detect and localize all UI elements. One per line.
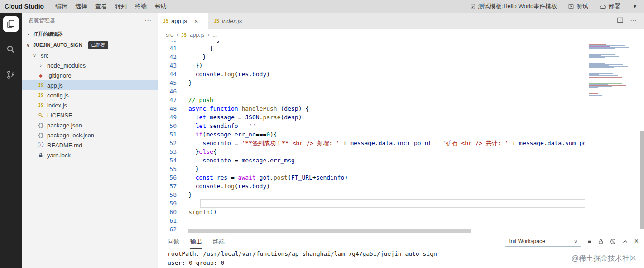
code-text[interactable]: ] bbox=[177, 44, 213, 53]
code-line-48[interactable]: 48async function handlePush (desp) { bbox=[158, 104, 585, 113]
titlebar-more-button[interactable]: ▼ bbox=[626, 3, 644, 10]
line-number[interactable]: 61 bbox=[158, 216, 177, 225]
line-number[interactable]: 55 bbox=[158, 165, 177, 173]
code-line-51[interactable]: 51 if(message.err_no===0){ bbox=[158, 130, 585, 139]
line-number[interactable]: 56 bbox=[158, 173, 177, 182]
more-actions-icon[interactable]: ⋯ bbox=[630, 17, 637, 25]
search-icon[interactable] bbox=[3, 42, 19, 57]
code-line-59[interactable]: 59 bbox=[158, 199, 585, 208]
line-number[interactable]: 50 bbox=[158, 122, 177, 130]
line-number[interactable]: 42 bbox=[158, 53, 177, 61]
line-number[interactable]: 47 bbox=[158, 96, 177, 104]
minimap[interactable] bbox=[589, 42, 639, 98]
open-editors-section[interactable]: › 打开的编辑器 bbox=[22, 29, 158, 39]
code-text[interactable] bbox=[177, 225, 188, 234]
code-line-44[interactable]: 44 console.log(res.body) bbox=[158, 70, 585, 78]
more-actions-icon[interactable]: ⋯ bbox=[144, 17, 151, 25]
output-channel-dropdown[interactable]: Init Workspace ∨ bbox=[505, 236, 581, 247]
menu-编辑[interactable]: 编辑 bbox=[51, 2, 71, 10]
tree-item-node_modules[interactable]: ›node_modules bbox=[22, 60, 158, 70]
code-line-45[interactable]: 45} bbox=[158, 78, 585, 87]
line-number[interactable]: 54 bbox=[158, 156, 177, 165]
line-number[interactable]: 41 bbox=[158, 44, 177, 53]
line-number[interactable]: 44 bbox=[158, 70, 177, 78]
tree-item-README.md[interactable]: ⓘREADME.md bbox=[22, 140, 158, 150]
menu-查看[interactable]: 查看 bbox=[91, 2, 111, 10]
line-number[interactable]: 48 bbox=[158, 104, 177, 113]
code-line-47[interactable]: 47// push bbox=[158, 96, 585, 104]
workspace-section[interactable]: ∨ JUEJIN_AUTO_SIGN 已部署 bbox=[22, 39, 158, 50]
line-number[interactable]: 60 bbox=[158, 208, 177, 216]
code-text[interactable]: sendinfo = message.err_msg bbox=[177, 156, 295, 165]
line-number[interactable]: 46 bbox=[158, 87, 177, 96]
menu-帮助[interactable]: 帮助 bbox=[151, 2, 171, 10]
vertical-scrollbar[interactable] bbox=[640, 131, 644, 229]
code-line-57[interactable]: 57 console.log(res.body) bbox=[158, 182, 585, 190]
code-text[interactable]: let sendinfo = '' bbox=[177, 122, 256, 130]
line-number[interactable]: 51 bbox=[158, 130, 177, 139]
tree-item-.gitignore[interactable]: ◆.gitignore bbox=[22, 70, 158, 80]
breadcrumb-item-src[interactable]: src bbox=[166, 32, 173, 38]
code-text[interactable]: if(message.err_no===0){ bbox=[177, 130, 277, 139]
code-text[interactable] bbox=[177, 87, 188, 96]
horizontal-scrollbar[interactable] bbox=[188, 229, 471, 233]
panel-tab-输出[interactable]: 输出 bbox=[190, 234, 202, 249]
maximize-panel-icon[interactable] bbox=[622, 239, 628, 244]
code-line-61[interactable]: 61 bbox=[158, 216, 585, 225]
code-line-60[interactable]: 60signIn() bbox=[158, 208, 585, 216]
line-number[interactable]: 58 bbox=[158, 190, 177, 199]
tree-item-app.js[interactable]: JSapp.js bbox=[22, 80, 158, 90]
line-number[interactable]: 62 bbox=[158, 225, 177, 234]
code-text[interactable] bbox=[177, 216, 188, 225]
code-text[interactable]: } bbox=[177, 41, 220, 44]
tree-item-package-lock.json[interactable]: {}package-lock.json bbox=[22, 130, 158, 140]
panel-tab-终端[interactable]: 终端 bbox=[213, 234, 225, 249]
tree-item-config.js[interactable]: JSconfig.js bbox=[22, 90, 158, 100]
code-text[interactable]: sendinfo = '**签到成功！** <br /> 新增: ' + mes… bbox=[177, 139, 585, 147]
close-tab-icon[interactable]: × bbox=[194, 18, 198, 24]
tree-item-index.js[interactable]: JSindex.js bbox=[22, 100, 158, 110]
code-line-50[interactable]: 50 let sendinfo = '' bbox=[158, 122, 585, 130]
code-line-53[interactable]: 53 }else{ bbox=[158, 147, 585, 156]
tree-item-package.json[interactable]: {}package.json bbox=[22, 120, 158, 130]
breadcrumb-item-symbol[interactable]: ... bbox=[212, 32, 217, 38]
line-number[interactable]: 52 bbox=[158, 139, 177, 147]
split-editor-icon[interactable] bbox=[617, 17, 624, 25]
code-text[interactable]: async function handlePush (desp) { bbox=[177, 104, 309, 113]
code-text[interactable]: const res = await got.post(FT_URL+sendin… bbox=[177, 173, 348, 182]
code-line-54[interactable]: 54 sendinfo = message.err_msg bbox=[158, 156, 585, 165]
code-text[interactable]: }else{ bbox=[177, 147, 217, 156]
code-line-55[interactable]: 55 } bbox=[158, 165, 585, 173]
code-line-52[interactable]: 52 sendinfo = '**签到成功！** <br /> 新增: ' + … bbox=[158, 139, 585, 147]
code-text[interactable]: } bbox=[177, 78, 192, 87]
line-number[interactable]: 40 bbox=[158, 41, 177, 44]
code-text[interactable]: let message = JSON.parse(desp) bbox=[177, 113, 302, 122]
close-panel-icon[interactable]: × bbox=[634, 237, 639, 245]
tab-app.js[interactable]: JSapp.js× bbox=[158, 13, 208, 29]
test-button[interactable]: 测试 bbox=[562, 2, 594, 10]
code-line-43[interactable]: 43 }) bbox=[158, 61, 585, 70]
code-line-42[interactable]: 42 } bbox=[158, 53, 585, 61]
line-number[interactable]: 53 bbox=[158, 147, 177, 156]
deploy-button[interactable]: 部署 bbox=[594, 2, 626, 10]
line-number[interactable]: 57 bbox=[158, 182, 177, 190]
code-text[interactable]: signIn() bbox=[177, 208, 217, 216]
line-number[interactable]: 59 bbox=[158, 199, 177, 208]
code-text[interactable]: } bbox=[177, 190, 192, 199]
lock-icon[interactable] bbox=[598, 239, 604, 244]
tab-index.js[interactable]: JSindex.js bbox=[208, 13, 259, 29]
code-line-49[interactable]: 49 let message = JSON.parse(desp) bbox=[158, 113, 585, 122]
code-text[interactable] bbox=[177, 199, 188, 208]
filter-icon[interactable]: ≡ bbox=[587, 238, 591, 245]
source-control-icon[interactable] bbox=[3, 67, 19, 83]
code-text[interactable]: console.log(res.body) bbox=[177, 182, 270, 190]
tree-item-yarn.lock[interactable]: yarn.lock bbox=[22, 150, 158, 160]
code-line-41[interactable]: 41 ] bbox=[158, 44, 585, 53]
panel-tab-问题[interactable]: 问题 bbox=[168, 234, 179, 249]
code-line-40[interactable]: 40 } bbox=[158, 41, 585, 44]
menu-终端[interactable]: 终端 bbox=[131, 2, 151, 10]
tree-item-src[interactable]: ∨src bbox=[22, 50, 158, 60]
menu-转到[interactable]: 转到 bbox=[111, 2, 131, 10]
line-number[interactable]: 43 bbox=[158, 61, 177, 70]
line-number[interactable]: 45 bbox=[158, 78, 177, 87]
